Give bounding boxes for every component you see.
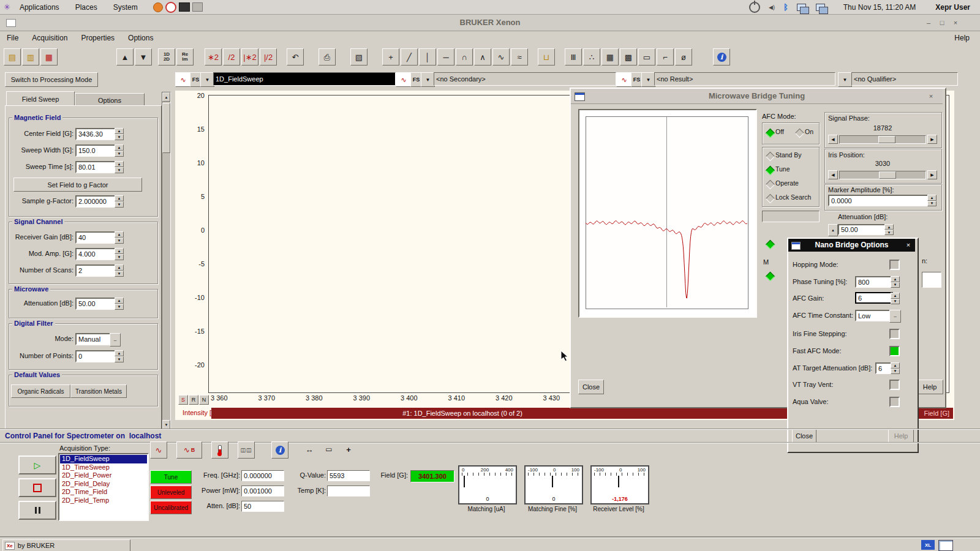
- aqua-valve-checkbox[interactable]: [889, 397, 900, 407]
- secondary-dataset-field[interactable]: <no Secondary>: [434, 72, 616, 86]
- acquisition-type-item[interactable]: 1D_FieldSweep: [60, 455, 147, 463]
- spin-down-button[interactable]: ▼: [115, 356, 124, 362]
- places-menu[interactable]: Places: [69, 1, 104, 14]
- protocol-button[interactable]: ▦: [40, 48, 58, 66]
- nano-close-button[interactable]: Close: [792, 429, 816, 443]
- desktop-display-icon[interactable]: [938, 540, 953, 551]
- spin-down-button[interactable]: ▼: [115, 254, 124, 260]
- afc-gain-input[interactable]: 6: [855, 292, 893, 304]
- afc-on-label[interactable]: On: [805, 128, 813, 135]
- step-display-button[interactable]: ⌐: [657, 48, 674, 66]
- offset-half-button[interactable]: |/2: [260, 48, 277, 66]
- lock-search-label[interactable]: Lock Search: [775, 193, 811, 201]
- g-factor-input[interactable]: 2.000000: [75, 195, 118, 208]
- scroll-up-button[interactable]: ▲: [162, 92, 170, 102]
- acquisition-type-item[interactable]: 2D_Field_Delay: [60, 480, 147, 489]
- distro-menu-icon[interactable]: ✳: [4, 2, 10, 12]
- slider-left-button[interactable]: ◀: [828, 170, 838, 179]
- tuning-titlebar[interactable]: Microwave Bridge Tuning ×: [571, 89, 943, 104]
- info-panel-button[interactable]: i: [271, 441, 288, 459]
- crosshair-button[interactable]: +: [341, 441, 356, 457]
- fast-afc-mode-checkbox[interactable]: [889, 346, 900, 356]
- nano-help-button[interactable]: Help: [888, 429, 914, 443]
- move-down-button[interactable]: ▼: [135, 48, 152, 66]
- spin-up-button[interactable]: ▲: [891, 293, 900, 299]
- spin-down-button[interactable]: ▼: [115, 134, 124, 140]
- xl-launcher-icon[interactable]: XL: [921, 540, 935, 550]
- menu-properties[interactable]: Properties: [74, 31, 121, 45]
- spin-up-button[interactable]: ▲: [115, 144, 124, 151]
- result-dropdown-button[interactable]: ▼: [641, 72, 655, 87]
- horizontal-range-button[interactable]: ↔: [301, 441, 317, 457]
- acquisition-type-item[interactable]: 2D_Field_Power: [60, 471, 147, 480]
- spin-down-button[interactable]: ▼: [115, 304, 124, 310]
- spin-up-button[interactable]: ▲: [891, 362, 900, 369]
- run-button[interactable]: ▷: [18, 455, 56, 474]
- uncalibrated-status-button[interactable]: Uncalibrated: [150, 501, 192, 514]
- primary-dataset-field[interactable]: 1D_FieldSweep: [213, 72, 396, 86]
- tuning-attenuation-input[interactable]: 50.00: [838, 224, 888, 235]
- taskbar-window-button[interactable]: Xe by BRUKER: [2, 539, 130, 551]
- scale-half-button[interactable]: /2: [223, 48, 240, 66]
- filter-mode-combo-button[interactable]: –: [110, 333, 121, 347]
- tuning-close-icon[interactable]: ×: [925, 91, 937, 101]
- outline-display-button[interactable]: ▭: [638, 48, 655, 66]
- iris-fine-stepping-checkbox[interactable]: [889, 329, 900, 339]
- dimension-1d2d-button[interactable]: 1D 2D: [158, 48, 175, 66]
- spin-up-button[interactable]: ▲: [115, 161, 124, 167]
- qualifier-dropdown-button[interactable]: ▼: [838, 72, 852, 87]
- temperature-button[interactable]: [211, 441, 228, 459]
- spin-up-button[interactable]: ▲: [115, 248, 124, 254]
- valves-button[interactable]: ◫◫: [238, 441, 255, 459]
- tune-status-button[interactable]: Tune: [150, 470, 192, 484]
- acquisition-type-item[interactable]: 2D_Field_Temp: [60, 497, 147, 505]
- set-field-to-g-button[interactable]: Set Field to g Factor: [13, 178, 142, 192]
- menu-file[interactable]: File: [0, 31, 25, 45]
- temp-field[interactable]: [327, 485, 370, 497]
- slider-right-button[interactable]: ▶: [927, 170, 937, 179]
- close-button[interactable]: ×: [949, 18, 962, 28]
- slider-track[interactable]: [839, 171, 926, 179]
- network-icon[interactable]: [797, 4, 806, 11]
- tuning-help-button[interactable]: Help: [916, 380, 943, 394]
- spin-down-button[interactable]: ▼: [891, 282, 900, 288]
- horizontal-line-tool-button[interactable]: ─: [437, 48, 454, 66]
- scrollbar-thumb[interactable]: [162, 103, 170, 153]
- num-scans-input[interactable]: 2: [75, 264, 118, 277]
- afc-time-constant-combo[interactable]: Low: [855, 310, 893, 321]
- result-dataset-field[interactable]: <no Result>: [654, 72, 835, 86]
- nano-close-icon[interactable]: ×: [903, 240, 913, 250]
- acquisition-type-list[interactable]: 1D_FieldSweep1D_TimeSweep2D_Field_Power2…: [58, 453, 149, 521]
- hatch-display-button[interactable]: ▩: [620, 48, 637, 66]
- slider-thumb[interactable]: [879, 171, 896, 179]
- spin-up-button[interactable]: ▲: [927, 195, 937, 201]
- move-up-button[interactable]: ▲: [116, 48, 134, 66]
- menu-options[interactable]: Options: [121, 31, 160, 45]
- sweep-width-input[interactable]: 150.0: [75, 144, 118, 157]
- afc-off-label[interactable]: Off: [775, 128, 784, 135]
- phase-tuning-input[interactable]: 800: [855, 276, 894, 288]
- print-button[interactable]: ⎙: [318, 48, 336, 66]
- session-user[interactable]: Xepr User: [935, 3, 970, 12]
- spin-up-button[interactable]: ▲: [115, 298, 124, 304]
- iris-position-slider[interactable]: ◀ ▶: [828, 170, 937, 179]
- spin-up-button[interactable]: ▲: [115, 195, 124, 201]
- attenuation-up-button[interactable]: ▲: [828, 224, 838, 236]
- stop-button[interactable]: [18, 478, 56, 497]
- unleveled-status-button[interactable]: Unleveled: [150, 485, 192, 499]
- spin-down-button[interactable]: ▼: [884, 230, 894, 235]
- zoom-box-button[interactable]: ▭: [321, 441, 337, 457]
- slider-left-button[interactable]: ◀: [828, 135, 838, 144]
- dots-display-button[interactable]: ∴: [583, 48, 600, 66]
- field-controller-button[interactable]: ∿ B: [176, 441, 202, 459]
- q-value-field[interactable]: 5593: [327, 470, 370, 481]
- standby-label[interactable]: Stand By: [775, 151, 802, 159]
- terminal-launcher-icon[interactable]: [179, 2, 190, 12]
- switch-processing-mode-button[interactable]: Switch to Processing Mode: [5, 72, 98, 87]
- center-field-input[interactable]: 3436.30: [75, 128, 118, 140]
- browser-launcher-icon[interactable]: [153, 2, 163, 12]
- r-axis-button[interactable]: R: [189, 395, 198, 405]
- menu-help[interactable]: Help: [948, 31, 976, 45]
- acquisition-type-item[interactable]: 2D_Time_Field: [60, 488, 147, 497]
- secondary-waveform-icon[interactable]: ∿: [396, 72, 412, 87]
